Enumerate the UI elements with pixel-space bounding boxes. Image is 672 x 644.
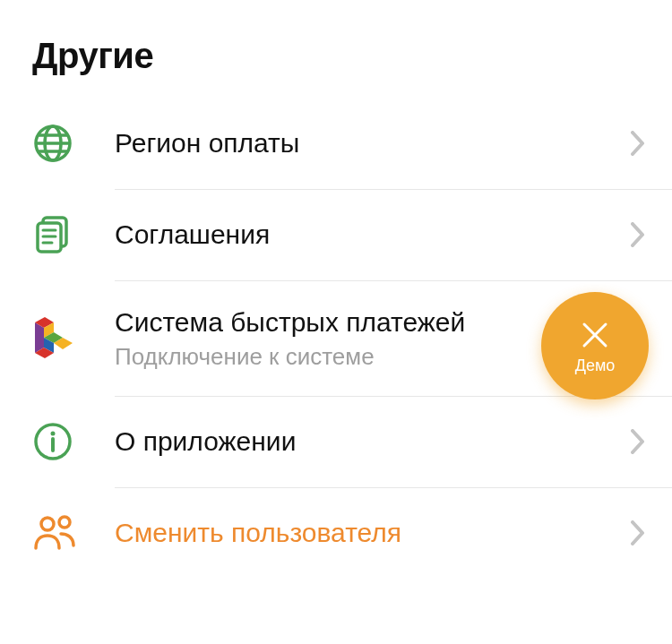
menu-item-label: Сменить пользователя	[115, 516, 620, 550]
menu-item-label: Соглашения	[115, 218, 620, 252]
menu-item-payment-region[interactable]: Регион оплаты	[0, 98, 672, 189]
menu-item-text: Сменить пользователя	[115, 516, 620, 550]
svg-point-21	[59, 517, 70, 528]
svg-marker-10	[35, 322, 44, 353]
menu-item-about[interactable]: О приложении	[0, 396, 672, 487]
demo-fab[interactable]: Демо	[541, 292, 649, 399]
menu-item-switch-user[interactable]: Сменить пользователя	[0, 487, 672, 579]
chevron-right-icon	[631, 520, 645, 545]
menu-item-text: Соглашения	[115, 218, 620, 252]
section-title: Другие	[0, 36, 672, 98]
svg-point-20	[41, 518, 54, 530]
menu-item-agreements[interactable]: Соглашения	[0, 189, 672, 280]
info-icon	[32, 421, 115, 462]
globe-icon	[32, 123, 115, 164]
sbp-icon	[32, 313, 115, 362]
chevron-right-icon	[631, 222, 645, 247]
documents-icon	[32, 214, 115, 255]
users-icon	[32, 512, 115, 554]
settings-other-section: Другие Регион оплаты	[0, 0, 672, 579]
close-icon	[577, 317, 613, 353]
menu-item-label: О приложении	[115, 425, 620, 459]
chevron-right-icon	[631, 131, 645, 156]
chevron-right-icon	[631, 429, 645, 454]
menu-item-text: Регион оплаты	[115, 126, 620, 160]
menu-item-text: О приложении	[115, 425, 620, 459]
svg-point-18	[51, 431, 56, 435]
fab-label: Демо	[575, 356, 616, 375]
menu-item-label: Регион оплаты	[115, 126, 620, 160]
